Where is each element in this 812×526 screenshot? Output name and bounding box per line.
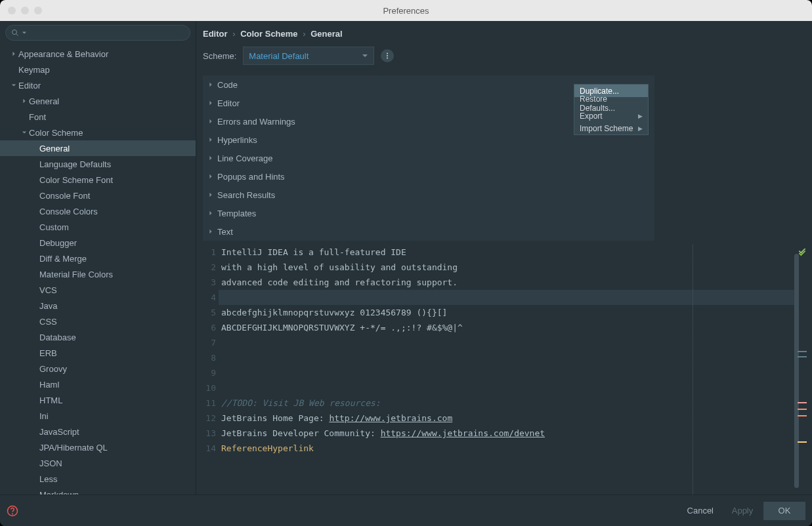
marker[interactable] (798, 351, 807, 352)
ok-button[interactable]: OK (763, 502, 805, 520)
sidebar-item[interactable]: General (0, 140, 196, 156)
sidebar-item[interactable]: Haml (0, 376, 196, 392)
chevron-right-icon (208, 211, 213, 216)
sidebar-item-label: Debugger (39, 238, 77, 248)
category-item[interactable]: Line Coverage (203, 149, 654, 167)
sidebar-item-label: Markdown (39, 490, 79, 495)
sidebar-item[interactable]: Database (0, 329, 196, 345)
window-zoom-button[interactable] (34, 7, 42, 14)
code-line[interactable]: abcdefghijklmnopqrstuvwxyz 0123456789 ()… (221, 305, 545, 320)
sidebar-item[interactable]: Console Font (0, 188, 196, 203)
sidebar-item[interactable]: Material File Colors (0, 266, 196, 282)
cancel-button[interactable]: Cancel (679, 502, 721, 520)
code-line[interactable] (221, 335, 545, 350)
code-line[interactable]: //TODO: Visit JB Web resources: (221, 395, 545, 411)
sidebar-item[interactable]: Groovy (0, 361, 196, 376)
sidebar-item[interactable]: Color Scheme Font (0, 172, 196, 188)
sidebar-item[interactable]: Keymap (0, 62, 196, 77)
window-minimize-button[interactable] (21, 7, 29, 14)
code-line[interactable]: advanced code editing and refactoring su… (221, 275, 545, 290)
code-line[interactable]: with a high level of usability and outst… (221, 260, 545, 275)
scheme-actions-popup[interactable]: Duplicate...Restore Defaults...Export▶Im… (574, 84, 649, 135)
chevron-icon (30, 380, 39, 389)
sidebar-item-label: General (39, 144, 70, 153)
code-line[interactable]: ReferenceHyperlink (221, 441, 545, 456)
search-input[interactable] (5, 25, 190, 41)
submenu-arrow-icon: ▶ (638, 125, 643, 132)
popup-menu-item[interactable]: Restore Defaults... (574, 97, 648, 110)
sidebar-item[interactable]: Markdown (0, 487, 196, 495)
category-label: Popups and Hints (217, 172, 285, 182)
code-content[interactable]: IntelliJ IDEA is a full-featured IDEwith… (219, 245, 545, 495)
marker[interactable] (798, 409, 807, 410)
sidebar-item[interactable]: General (0, 93, 196, 109)
sidebar-item[interactable]: Color Scheme (0, 125, 196, 140)
scheme-actions-button[interactable] (381, 49, 394, 62)
window-title: Preferences (383, 6, 429, 16)
editor-preview[interactable]: 1234567891011121314 IntelliJ IDEA is a f… (196, 245, 812, 495)
sidebar-item[interactable]: JSON (0, 455, 196, 471)
code-line[interactable]: ABCDEFGHIJKLMNOPQRSTUVWXYZ +-*/= .,;:!? … (221, 320, 545, 335)
sidebar-item[interactable]: Debugger (0, 235, 196, 251)
window-close-button[interactable] (8, 7, 16, 14)
sidebar-item[interactable]: Java (0, 298, 196, 314)
code-line[interactable]: IntelliJ IDEA is a full-featured IDE (221, 245, 545, 260)
category-item[interactable]: Templates (203, 204, 654, 222)
sidebar-item[interactable]: Diff & Merge (0, 251, 196, 266)
popup-menu-item[interactable]: Import Scheme▶ (574, 122, 648, 134)
line-number: 5 (196, 305, 216, 320)
chevron-icon (30, 333, 39, 342)
code-line[interactable]: JetBrains Developer Community: https://w… (221, 426, 545, 441)
scheme-select[interactable]: Material Default (243, 47, 374, 65)
chevron-icon (20, 128, 29, 137)
scheme-value: Material Default (249, 51, 309, 61)
preferences-tree[interactable]: Appearance & BehaviorKeymapEditorGeneral… (0, 45, 196, 495)
sidebar-item[interactable]: JPA/Hibernate QL (0, 439, 196, 455)
sidebar-item[interactable]: Console Colors (0, 203, 196, 219)
code-line[interactable] (221, 290, 545, 305)
sidebar-item-label: Color Scheme Font (39, 175, 113, 185)
svg-point-6 (12, 514, 13, 514)
sidebar-item[interactable]: CSS (0, 314, 196, 329)
marker[interactable] (798, 356, 807, 357)
dialog-footer: Cancel Apply OK (0, 495, 812, 526)
sidebar-item[interactable]: HTML (0, 392, 196, 408)
sidebar-item[interactable]: Editor (0, 77, 196, 93)
sidebar-item-label: Font (29, 112, 46, 122)
breadcrumb-segment[interactable]: Color Scheme (240, 29, 297, 39)
chevron-icon (20, 96, 29, 106)
category-item[interactable]: Popups and Hints (203, 167, 654, 186)
sidebar-item[interactable]: VCS (0, 282, 196, 298)
chevron-icon (20, 112, 29, 121)
sidebar-item[interactable]: Appearance & Behavior (0, 46, 196, 62)
svg-point-2 (387, 53, 388, 54)
marker[interactable] (798, 441, 807, 443)
apply-button[interactable]: Apply (721, 502, 763, 520)
category-item[interactable]: Search Results (203, 186, 654, 204)
sidebar-item[interactable]: Custom (0, 219, 196, 235)
sidebar-item[interactable]: JavaScript (0, 424, 196, 439)
category-item[interactable]: Text (203, 222, 654, 241)
breadcrumb-segment[interactable]: Editor (203, 29, 228, 39)
help-button[interactable] (7, 505, 18, 517)
code-line[interactable] (221, 350, 545, 365)
chevron-icon (30, 348, 39, 357)
code-line[interactable] (221, 380, 545, 395)
chevron-icon (30, 175, 39, 184)
category-label: Code (217, 80, 238, 90)
sidebar-item[interactable]: Ini (0, 408, 196, 424)
error-stripe[interactable] (796, 245, 808, 495)
code-token: IntelliJ IDEA is a full-featured IDE (221, 247, 406, 257)
code-line[interactable] (221, 365, 545, 380)
marker[interactable] (798, 415, 807, 416)
code-line[interactable]: JetBrains Home Page: http://www.jetbrain… (221, 411, 545, 426)
sidebar-item[interactable]: Language Defaults (0, 156, 196, 172)
inspections-widget-icon[interactable] (798, 249, 807, 258)
sidebar-item[interactable]: Less (0, 471, 196, 487)
popup-item-label: Export (580, 111, 603, 121)
sidebar-item[interactable]: Font (0, 109, 196, 125)
sidebar-item[interactable]: ERB (0, 345, 196, 361)
line-number: 12 (196, 411, 216, 426)
marker[interactable] (798, 402, 807, 403)
breadcrumb-segment[interactable]: General (310, 29, 342, 39)
